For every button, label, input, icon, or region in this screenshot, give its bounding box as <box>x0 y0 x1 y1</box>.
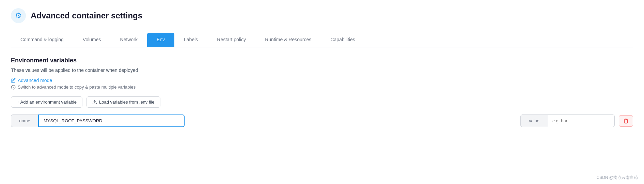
tab-env[interactable]: Env <box>147 33 174 47</box>
page-header: ⚙ Advanced container settings <box>11 8 633 23</box>
tab-restart-policy[interactable]: Restart policy <box>207 33 255 47</box>
tab-volumes[interactable]: Volumes <box>73 33 111 47</box>
section-description: These values will be applied to the cont… <box>11 67 633 73</box>
page-title: Advanced container settings <box>31 11 142 20</box>
tab-capabilities[interactable]: Capabilities <box>321 33 364 47</box>
env-value-input[interactable] <box>548 114 615 127</box>
advanced-mode-hint: Switch to advanced mode to copy & paste … <box>11 85 633 90</box>
env-variable-row: name value <box>11 114 633 127</box>
gear-icon: ⚙ <box>11 8 26 23</box>
trash-icon <box>623 118 629 124</box>
load-env-file-button[interactable]: Load variables from .env file <box>87 96 160 108</box>
env-value-label: value <box>520 114 548 127</box>
env-section: Environment variables These values will … <box>11 57 633 127</box>
info-icon <box>11 85 16 90</box>
section-title: Environment variables <box>11 57 633 64</box>
env-value-group: value <box>512 114 615 127</box>
tab-labels[interactable]: Labels <box>174 33 207 47</box>
add-env-variable-button[interactable]: + Add an environment variable <box>11 96 82 108</box>
delete-env-variable-button[interactable] <box>619 115 633 127</box>
tab-runtime-resources[interactable]: Runtime & Resources <box>255 33 321 47</box>
tabs-bar: Command & logging Volumes Network Env La… <box>11 33 633 47</box>
env-name-label: name <box>11 114 38 127</box>
advanced-mode-link[interactable]: Advanced mode <box>11 78 633 83</box>
env-name-group: name <box>11 114 512 127</box>
tab-command-logging[interactable]: Command & logging <box>11 33 73 47</box>
env-name-input[interactable] <box>38 114 185 127</box>
upload-icon <box>92 100 97 105</box>
actions-row: + Add an environment variable Load varia… <box>11 96 633 108</box>
edit-icon <box>11 78 16 83</box>
tab-network[interactable]: Network <box>111 33 147 47</box>
